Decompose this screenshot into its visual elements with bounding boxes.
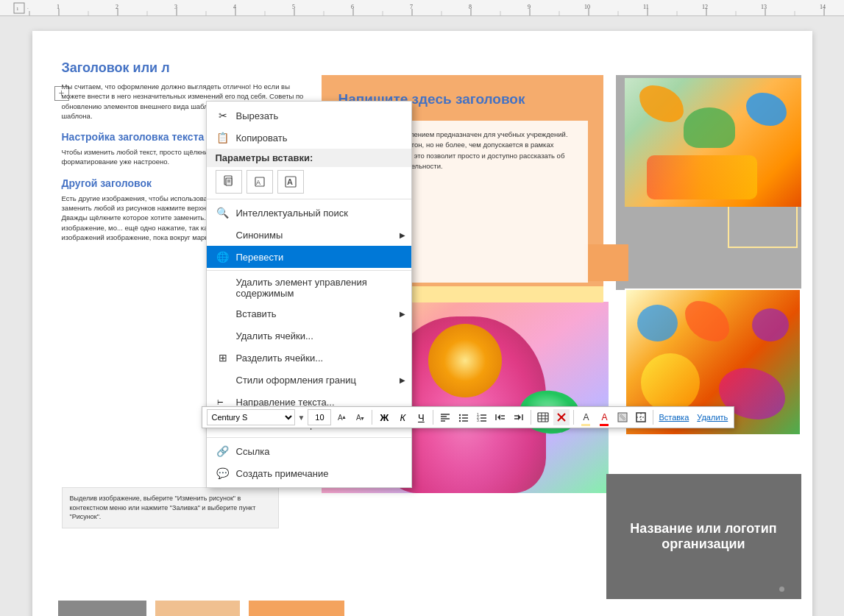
comment-label: Создать примечание	[236, 468, 329, 479]
svg-text:8: 8	[469, 4, 472, 10]
svg-text:2: 2	[116, 4, 118, 10]
italic-icon: К	[400, 412, 406, 423]
svg-text:▲: ▲	[341, 414, 346, 419]
font-color-icon: А	[601, 412, 607, 422]
menu-item-copy[interactable]: 📋 Копировать	[207, 127, 411, 149]
menu-item-smart-search[interactable]: 🔍 Интеллектуальный поиск	[207, 202, 411, 224]
svg-text:5: 5	[292, 4, 295, 10]
svg-text:3.: 3.	[477, 418, 480, 422]
bullet-list-button[interactable]	[455, 409, 472, 425]
borders-button[interactable]	[633, 409, 649, 425]
font-size-up-button[interactable]: A▲	[333, 409, 350, 425]
orange-small-box	[584, 244, 628, 281]
border-styles-label: Стили оформления границ	[236, 375, 356, 386]
paste-btn-3[interactable]: A	[277, 170, 304, 194]
menu-item-delete-content[interactable]: Удалить элемент управления содержимым	[207, 273, 411, 302]
delete-label[interactable]: Удалить	[695, 413, 729, 422]
svg-text:10: 10	[584, 4, 590, 10]
svg-text:12: 12	[702, 4, 708, 10]
menu-item-link[interactable]: 🔗 Ссылка	[207, 440, 411, 462]
insert-label[interactable]: Вставка	[657, 413, 690, 422]
svg-text:1: 1	[16, 6, 19, 12]
svg-marker-75	[497, 414, 500, 420]
translate-icon: 🌐	[216, 249, 230, 264]
svg-text:⊢: ⊢	[217, 398, 224, 406]
delete-content-label: Удалить элемент управления содержимым	[236, 277, 403, 299]
svg-rect-83	[538, 413, 548, 422]
paste-params-header: Параметры вставки:	[207, 149, 411, 167]
increase-indent-button[interactable]	[511, 409, 527, 425]
paste-btn-1[interactable]	[216, 170, 242, 194]
font-name-select[interactable]: Century S Arial Times New Roman	[207, 409, 295, 425]
split-cells-label: Разделить ячейки...	[236, 353, 324, 364]
svg-text:7: 7	[410, 4, 413, 10]
menu-item-delete-cells[interactable]: Удалить ячейки...	[207, 325, 411, 347]
hint-text: Выделив изображение, выберите "Изменить …	[70, 494, 271, 522]
org-name-block[interactable]: Название или логотип организации	[606, 474, 801, 599]
num-list-button[interactable]: 1.2.3.	[474, 409, 490, 425]
insert-arrow: ▶	[400, 310, 405, 318]
paste-header-label: Параметры вставки:	[216, 152, 313, 163]
svg-text:A: A	[256, 179, 260, 186]
toolbar-divider-2	[433, 410, 433, 425]
context-menu: ✂ Вырезать 📋 Копировать Параметры вставк…	[206, 101, 412, 488]
bar-orange	[249, 601, 344, 616]
insert-icon	[216, 306, 230, 321]
font-color-button[interactable]: А	[596, 409, 612, 425]
document-area: + Заголовок или л Мы считаем, что оформл…	[0, 16, 844, 616]
paste-btn-2[interactable]: A	[247, 170, 273, 194]
small-dot	[779, 587, 784, 592]
delete-cells-label: Удалить ячейки...	[236, 330, 313, 341]
bold-button[interactable]: Ж	[376, 409, 392, 425]
align-left-button[interactable]	[437, 409, 453, 425]
menu-item-cut[interactable]: ✂ Вырезать	[207, 105, 411, 127]
hint-box: Выделив изображение, выберите "Изменить …	[62, 487, 279, 528]
synonyms-label: Синонимы	[236, 230, 283, 241]
split-cells-icon: ⊞	[216, 350, 230, 365]
link-label: Ссылка	[236, 446, 270, 457]
decrease-indent-button[interactable]	[492, 409, 508, 425]
synonyms-arrow: ▶	[400, 231, 405, 239]
svg-text:6: 6	[351, 4, 354, 10]
table-insert-button[interactable]	[535, 409, 551, 425]
toolbar-divider-5	[653, 410, 653, 425]
svg-point-63	[459, 414, 461, 416]
smart-search-label: Интеллектуальный поиск	[236, 208, 349, 219]
paste-icons-row: A A	[207, 167, 411, 197]
svg-marker-79	[518, 414, 521, 420]
svg-point-67	[459, 420, 461, 422]
menu-item-split-cells[interactable]: ⊞ Разделить ячейки...	[207, 347, 411, 369]
svg-point-65	[459, 417, 461, 419]
bold-icon: Ж	[380, 412, 389, 423]
menu-item-synonyms[interactable]: Синонимы ▶	[207, 224, 411, 246]
clear-formatting-button[interactable]	[553, 409, 570, 425]
document-page: + Заголовок или л Мы считаем, что оформл…	[32, 31, 812, 616]
menu-item-comment[interactable]: 💬 Создать примечание	[207, 462, 411, 484]
ruler: 1 · 1 2 3 4 5 6 7 8 9 10 11	[0, 0, 844, 16]
svg-text:▼: ▼	[360, 416, 364, 421]
bottom-color-bars	[58, 601, 352, 616]
child-figure-head	[428, 324, 502, 397]
bar-gap2	[240, 601, 249, 616]
menu-item-translate[interactable]: 🌐 Перевести	[207, 246, 411, 268]
delete-content-icon	[216, 280, 230, 295]
comment-icon: 💬	[216, 466, 230, 481]
copy-icon: 📋	[216, 130, 230, 145]
font-name-arrow: ▼	[298, 414, 305, 422]
copy-label: Копировать	[236, 132, 288, 144]
font-size-down-button[interactable]: A▼	[352, 409, 368, 425]
insert-label: Вставить	[236, 308, 277, 319]
link-icon: 🔗	[216, 444, 230, 459]
italic-button[interactable]: К	[394, 409, 411, 425]
menu-item-border-styles[interactable]: Стили оформления границ ▶	[207, 369, 411, 391]
underline-button[interactable]: Ч	[413, 409, 429, 425]
cut-icon: ✂	[216, 108, 230, 123]
photo-hands-craft	[625, 78, 801, 207]
menu-item-insert[interactable]: Вставить ▶	[207, 302, 411, 325]
font-size-input[interactable]	[308, 409, 331, 425]
main-heading: Заголовок или л	[62, 60, 305, 76]
highlight-color-button[interactable]: А	[578, 409, 594, 425]
cut-label: Вырезать	[236, 110, 279, 121]
shading-button[interactable]	[614, 409, 631, 425]
svg-text:A: A	[287, 177, 293, 186]
